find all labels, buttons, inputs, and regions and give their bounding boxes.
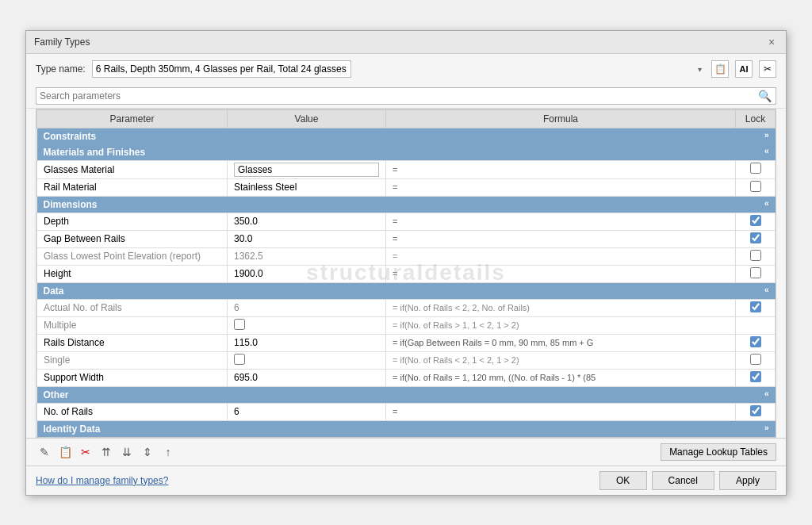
value-cell: 6: [228, 403, 386, 420]
search-icon: 🔍: [758, 90, 772, 102]
lock-cell[interactable]: [736, 265, 776, 282]
formula-cell: =: [386, 403, 736, 420]
close-button[interactable]: ×: [765, 36, 778, 48]
param-cell: Glasses Material: [37, 160, 228, 178]
formula-cell: = if(Gap Between Rails = 0 mm, 90 mm, 85…: [386, 334, 736, 351]
type-name-row: Type name: 6 Rails, Depth 350mm, 4 Glass…: [26, 54, 786, 84]
sort-asc-icon[interactable]: ⇕: [139, 443, 156, 461]
lock-cell[interactable]: [736, 230, 776, 247]
param-cell: Gap Between Rails: [37, 230, 228, 247]
table-row: Single= if(No. of Rails < 2, 1 < 2, 1 > …: [37, 351, 776, 369]
lock-checkbox[interactable]: [750, 232, 761, 243]
lock-checkbox[interactable]: [750, 267, 761, 278]
rename-type-button[interactable]: AI: [735, 60, 753, 78]
value-input[interactable]: [234, 163, 379, 177]
col-header-lock: Lock: [736, 109, 776, 128]
lock-cell[interactable]: [736, 213, 776, 230]
lock-cell[interactable]: [736, 403, 776, 420]
manage-lookup-button[interactable]: Manage Lookup Tables: [661, 443, 776, 461]
table-row: Height1900.0=: [37, 265, 776, 282]
move-up-group-icon[interactable]: ⇈: [98, 443, 115, 461]
lock-cell[interactable]: [736, 351, 776, 369]
action-buttons: OK Cancel Apply: [599, 471, 776, 490]
lock-cell[interactable]: [736, 247, 776, 265]
cancel-button[interactable]: Cancel: [652, 471, 714, 490]
lock-cell[interactable]: [736, 369, 776, 386]
formula-cell: =: [386, 265, 736, 282]
lock-checkbox[interactable]: [750, 336, 761, 347]
value-cell: Stainless Steel: [228, 178, 386, 196]
lock-cell[interactable]: [736, 316, 776, 334]
value-cell: 350.0: [228, 213, 386, 230]
delete-param-icon[interactable]: ✂: [77, 443, 94, 461]
move-down-group-icon[interactable]: ⇊: [118, 443, 136, 461]
lock-cell[interactable]: [736, 299, 776, 316]
param-cell: Rails Distance: [37, 334, 228, 351]
bottom-actions: How do I manage family types? OK Cancel …: [26, 466, 786, 495]
section-header-constraints: Constraints»: [37, 128, 776, 144]
type-name-label: Type name:: [36, 63, 86, 75]
col-header-formula: Formula: [386, 109, 736, 128]
col-header-value: Value: [228, 109, 386, 128]
search-input[interactable]: [36, 87, 776, 105]
value-cell: 1900.0: [228, 265, 386, 282]
formula-cell: = if(No. of Rails < 2, 1 < 2, 1 > 2): [386, 351, 736, 369]
lock-checkbox[interactable]: [750, 250, 761, 261]
param-cell: Rail Material: [37, 178, 228, 196]
section-header-dimensions: Dimensions«: [37, 196, 776, 213]
apply-button[interactable]: Apply: [719, 471, 776, 490]
lock-cell[interactable]: [736, 334, 776, 351]
value-checkbox[interactable]: [234, 319, 245, 330]
lock-checkbox[interactable]: [750, 215, 761, 226]
edit-icon[interactable]: ✎: [36, 443, 53, 461]
section-header-identity-data: Identity Data»: [37, 420, 776, 437]
value-checkbox[interactable]: [234, 354, 245, 365]
table-row: Rails Distance115.0= if(Gap Between Rail…: [37, 334, 776, 351]
parameters-table-container[interactable]: Parameter Value Formula Lock Constraints…: [36, 109, 776, 438]
help-link[interactable]: How do I manage family types?: [36, 475, 168, 486]
value-cell: 1362.5: [228, 247, 386, 265]
sort-desc-icon[interactable]: ↑: [159, 443, 177, 461]
lock-checkbox[interactable]: [750, 354, 761, 365]
table-row: Depth350.0=: [37, 213, 776, 230]
ok-button[interactable]: OK: [599, 471, 647, 490]
value-cell: 30.0: [228, 230, 386, 247]
param-cell: Depth: [37, 213, 228, 230]
col-header-parameter: Parameter: [37, 109, 228, 128]
value-cell[interactable]: [228, 351, 386, 369]
lock-cell[interactable]: [736, 160, 776, 178]
param-cell: Multiple: [37, 316, 228, 334]
table-row: Gap Between Rails30.0=: [37, 230, 776, 247]
value-cell[interactable]: [228, 316, 386, 334]
formula-cell: =: [386, 213, 736, 230]
dialog-title: Family Types: [34, 36, 90, 48]
value-cell[interactable]: [228, 160, 386, 178]
lock-checkbox[interactable]: [750, 181, 761, 192]
formula-cell: =: [386, 247, 736, 265]
param-cell: No. of Rails: [37, 403, 228, 420]
param-cell: Support Width: [37, 369, 228, 386]
formula-cell: =: [386, 160, 736, 178]
lock-checkbox[interactable]: [750, 301, 761, 312]
formula-cell: = if(No. of Rails > 1, 1 < 2, 1 > 2): [386, 316, 736, 334]
param-cell: Actual No. of Rails: [37, 299, 228, 316]
param-cell: Glass Lowest Point Elevation (report): [37, 247, 228, 265]
type-name-select-wrapper: 6 Rails, Depth 350mm, 4 Glasses per Rail…: [92, 60, 705, 78]
delete-type-button[interactable]: ✂: [759, 60, 776, 78]
table-row: Actual No. of Rails6= if(No. of Rails < …: [37, 299, 776, 316]
title-bar: Family Types ×: [26, 31, 786, 54]
duplicate-type-button[interactable]: 📋: [711, 60, 729, 78]
parameters-table: Parameter Value Formula Lock Constraints…: [36, 109, 776, 437]
value-cell: 115.0: [228, 334, 386, 351]
table-row: Multiple= if(No. of Rails > 1, 1 < 2, 1 …: [37, 316, 776, 334]
type-name-select[interactable]: 6 Rails, Depth 350mm, 4 Glasses per Rail…: [92, 60, 351, 78]
section-header-materials-and-finishes: Materials and Finishes«: [37, 144, 776, 161]
lock-cell[interactable]: [736, 178, 776, 196]
lock-checkbox[interactable]: [750, 405, 761, 416]
lock-checkbox[interactable]: [750, 163, 761, 174]
lock-checkbox[interactable]: [750, 371, 761, 382]
delete-icon: ✂: [764, 63, 772, 75]
duplicate-icon: 📋: [714, 63, 726, 75]
new-param-icon[interactable]: 📋: [56, 443, 74, 461]
search-row: 🔍: [26, 84, 786, 109]
